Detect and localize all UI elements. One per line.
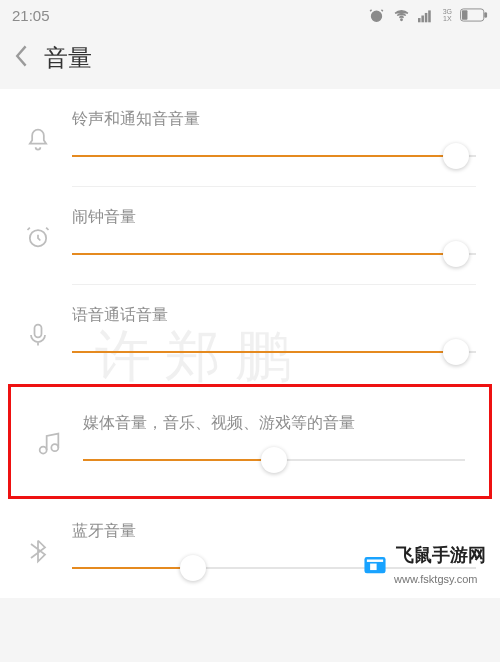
highlighted-setting: 媒体音量，音乐、视频、游戏等的音量 [8, 384, 492, 499]
chevron-left-icon [14, 44, 30, 68]
page-title: 音量 [44, 42, 92, 74]
volume-slider-media[interactable] [83, 450, 465, 472]
back-button[interactable] [14, 44, 30, 72]
volume-slider-voice[interactable] [72, 342, 476, 364]
setting-block: 铃声和通知音音量 [0, 89, 500, 186]
slider-thumb[interactable] [443, 143, 469, 169]
volume-label: 语音通话音量 [72, 305, 476, 326]
status-bar: 21:05 3G1X [0, 0, 500, 30]
setting-block: 语音通话音量 [0, 285, 500, 382]
battery-icon [460, 8, 488, 22]
music-icon [35, 413, 83, 472]
signal-icon [418, 8, 435, 23]
volume-row-alarm: 闹钟音量 [0, 187, 500, 284]
alarm-indicator-icon [368, 7, 385, 24]
slider-thumb[interactable] [180, 555, 206, 581]
alarm-icon [24, 207, 72, 266]
volume-settings-panel: 许郑鹏 铃声和通知音音量闹钟音量语音通话音量媒体音量，音乐、视频、游戏等的音量蓝… [0, 89, 500, 598]
slider-fill [72, 155, 456, 157]
volume-label: 闹钟音量 [72, 207, 476, 228]
volume-slider-ring[interactable] [72, 146, 476, 168]
slider-fill [72, 567, 193, 569]
volume-row-body: 语音通话音量 [72, 305, 476, 364]
setting-block: 闹钟音量 [0, 187, 500, 284]
source-site-label: 飞鼠手游网 www.fsktgsy.com [362, 543, 486, 588]
volume-label: 媒体音量，音乐、视频、游戏等的音量 [83, 413, 465, 434]
bell-icon [24, 109, 72, 168]
svg-rect-10 [35, 324, 42, 337]
slider-thumb[interactable] [261, 447, 287, 473]
clock-text: 21:05 [12, 7, 50, 24]
svg-point-1 [400, 19, 401, 20]
site-logo-icon [362, 553, 388, 579]
svg-rect-4 [424, 12, 427, 21]
volume-label: 蓝牙音量 [72, 521, 476, 542]
network-type-label: 3G1X [443, 8, 452, 22]
volume-row-body: 铃声和通知音音量 [72, 109, 476, 168]
status-right: 3G1X [368, 7, 488, 24]
site-domain: www.fsktgsy.com [394, 573, 478, 585]
svg-rect-15 [370, 563, 377, 570]
svg-rect-2 [418, 18, 421, 22]
mic-icon [24, 305, 72, 364]
volume-slider-alarm[interactable] [72, 244, 476, 266]
site-name: 飞鼠手游网 [396, 545, 486, 565]
svg-rect-14 [367, 559, 383, 561]
volume-label: 铃声和通知音音量 [72, 109, 476, 130]
volume-row-body: 闹钟音量 [72, 207, 476, 266]
slider-thumb[interactable] [443, 241, 469, 267]
svg-rect-3 [421, 15, 424, 22]
slider-fill [72, 253, 456, 255]
svg-rect-7 [484, 12, 487, 18]
wifi-icon [393, 7, 410, 24]
bluetooth-icon [24, 521, 72, 580]
svg-point-12 [51, 444, 58, 451]
volume-row-voice: 语音通话音量 [0, 285, 500, 382]
volume-row-media: 媒体音量，音乐、视频、游戏等的音量 [11, 393, 489, 490]
svg-point-11 [40, 446, 47, 453]
svg-rect-5 [428, 10, 431, 22]
slider-fill [83, 459, 274, 461]
slider-thumb[interactable] [443, 339, 469, 365]
title-bar: 音量 [0, 30, 500, 85]
volume-row-ring: 铃声和通知音音量 [0, 89, 500, 186]
svg-rect-8 [462, 10, 468, 19]
screen: 21:05 3G1X 音量 许郑鹏 铃声和通知音音量闹钟音量语音通话音量媒体音量… [0, 0, 500, 662]
volume-row-body: 媒体音量，音乐、视频、游戏等的音量 [83, 413, 465, 472]
slider-fill [72, 351, 456, 353]
